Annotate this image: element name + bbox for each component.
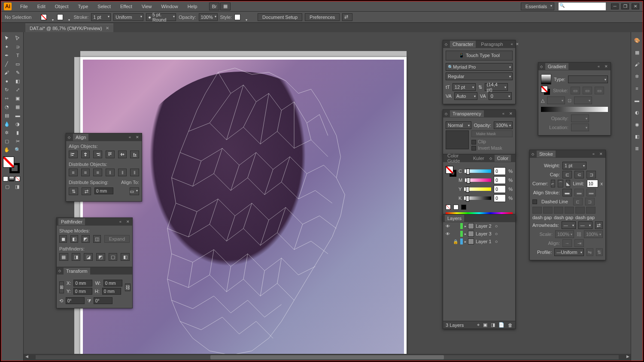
style-swatch[interactable]	[234, 14, 240, 20]
direct-selection-tool[interactable]	[12, 34, 24, 42]
shape-builder-tool[interactable]: ◔	[1, 103, 12, 111]
dash2[interactable]	[554, 207, 563, 214]
stroke-panel-icon[interactable]: ≡	[633, 84, 641, 92]
swap-arrows[interactable]: ⇄	[595, 221, 603, 229]
flip-along[interactable]: ⇋	[586, 248, 593, 256]
stroke-within[interactable]: ▭	[571, 87, 580, 94]
panel-collapse-icon[interactable]: «	[592, 152, 597, 156]
graphic-styles-panel-icon[interactable]: ◧	[633, 133, 641, 140]
lasso-tool[interactable]: ⊃	[12, 42, 24, 51]
corner-miter[interactable]: ⌐	[551, 180, 555, 187]
minus-back[interactable]: ◧	[121, 253, 130, 261]
layer-name[interactable]: Layer 2	[476, 223, 492, 229]
stroke-along[interactable]: ▭	[583, 87, 592, 94]
intersect[interactable]: ◩	[82, 235, 89, 243]
touch-type-button[interactable]: 📱 Touch Type Tool	[446, 51, 513, 60]
symbol-sprayer-tool[interactable]: ✲	[1, 128, 12, 137]
align-to-dropdown[interactable]: ▭	[130, 187, 139, 195]
expand-arrow[interactable]: ▸	[465, 232, 466, 236]
dashed-line-checkbox[interactable]	[532, 199, 537, 204]
column-graph-tool[interactable]: ▮	[12, 128, 24, 137]
gradient-type-dropdown[interactable]	[568, 75, 608, 83]
color-panel-icon[interactable]: 🎨	[633, 36, 641, 44]
panel-collapse-icon[interactable]: «	[598, 64, 602, 69]
rotate-input[interactable]	[66, 297, 85, 304]
spacing-input[interactable]	[94, 187, 113, 194]
outline[interactable]: ▢	[109, 253, 118, 261]
width-tool[interactable]: ⇿	[1, 94, 12, 103]
pencil-tool[interactable]: ✎	[12, 68, 24, 77]
stroke-weight-input[interactable]: 1 pt	[91, 13, 111, 21]
pathfinder-tab[interactable]: Pathfinder	[58, 218, 85, 225]
fill-stroke-control[interactable]	[3, 157, 20, 174]
reference-point[interactable]: ⊞	[59, 281, 64, 293]
visibility-toggle[interactable]: 👁	[445, 232, 451, 236]
magic-wand-tool[interactable]: ✦	[1, 42, 12, 51]
align-center[interactable]: ▬	[562, 189, 572, 196]
dash3[interactable]	[575, 207, 585, 214]
minus-front[interactable]: ◧	[70, 235, 78, 243]
font-family-dropdown[interactable]: 🔍 Myriad Pro	[446, 63, 513, 71]
align-options[interactable]: ⇄	[342, 13, 352, 21]
arrow-at-end[interactable]: ⇥	[574, 239, 584, 247]
layers-tab[interactable]: Layers	[445, 215, 464, 222]
locate-object-icon[interactable]: ⌖	[477, 322, 480, 328]
menu-edit[interactable]: Edit	[33, 2, 50, 11]
transform-tab[interactable]: Transform	[64, 268, 90, 275]
constrain-proportions[interactable]: ⛓	[125, 284, 131, 291]
panel-close-icon[interactable]: ✕	[605, 64, 609, 69]
y-input[interactable]	[73, 288, 92, 295]
color-mode[interactable]	[3, 176, 8, 181]
new-layer-icon[interactable]: 📄	[498, 322, 504, 328]
k-input[interactable]	[494, 194, 506, 202]
dash-preserve[interactable]: ⊏	[573, 198, 583, 205]
gap3[interactable]	[586, 207, 595, 214]
stroke-weight-dropdown[interactable]: 1 pt	[562, 162, 586, 169]
target-icon[interactable]: ○	[495, 231, 498, 236]
menu-help[interactable]: Help	[183, 2, 202, 11]
mask-thumbnail[interactable]	[446, 130, 469, 149]
stroke-across[interactable]: ▭	[595, 87, 604, 94]
dist-vspacing[interactable]: ⇅	[69, 187, 78, 195]
delete-layer-icon[interactable]: 🗑	[508, 323, 513, 328]
exclude[interactable]: ◫	[93, 235, 101, 243]
transparency-opacity-input[interactable]: 100%	[494, 121, 513, 129]
artboard[interactable]	[80, 57, 407, 361]
dist-bottom[interactable]: ≡	[93, 169, 102, 176]
target-icon[interactable]: ○	[495, 239, 498, 244]
panel-close-icon[interactable]: ✕	[516, 42, 519, 46]
horizontal-scrollbar[interactable]: ◀ ▶	[24, 354, 631, 361]
panel-collapse-icon[interactable]: «	[502, 112, 507, 116]
crop[interactable]: ◩	[96, 253, 105, 261]
layers-panel-icon[interactable]: ≣	[633, 145, 641, 152]
leading-input[interactable]: (14,4 pt)	[485, 83, 508, 91]
cap-projecting[interactable]: ⊐	[586, 171, 596, 178]
dist-top[interactable]: ≡	[69, 169, 78, 176]
color-guide-tab[interactable]: Color Guide	[445, 152, 468, 164]
none-swatch[interactable]	[446, 205, 451, 210]
dash-align[interactable]: ⊐	[585, 198, 595, 205]
workspace-switcher[interactable]: Essentials	[521, 3, 554, 10]
gradient-angle-input[interactable]	[547, 97, 565, 104]
blob-brush-tool[interactable]: ●	[1, 77, 12, 85]
gradient-mode[interactable]	[9, 176, 14, 181]
unite[interactable]: ◼	[59, 235, 67, 243]
arrow-start[interactable]: —	[562, 221, 576, 229]
appearance-panel-icon[interactable]: ◉	[633, 121, 641, 128]
panel-close-icon[interactable]: ✕	[509, 112, 513, 116]
close-button[interactable]: ✕	[632, 3, 639, 9]
y-input[interactable]	[494, 185, 506, 193]
dist-left[interactable]: ⦀	[106, 169, 115, 176]
grad-opacity-input[interactable]	[571, 115, 589, 122]
c-input[interactable]	[494, 167, 506, 175]
dist-hcenter[interactable]: ⦀	[118, 169, 127, 176]
dash1[interactable]	[532, 207, 542, 214]
menu-view[interactable]: View	[137, 2, 156, 11]
search-input[interactable]	[559, 3, 606, 10]
eyedropper-tool[interactable]: 💧	[1, 120, 12, 128]
panel-close-icon[interactable]: ✕	[136, 135, 140, 139]
none-mode[interactable]	[15, 176, 20, 181]
m-input[interactable]	[494, 176, 506, 184]
screen-mode[interactable]: ▢	[3, 182, 12, 191]
restore-button[interactable]: ❐	[621, 3, 629, 9]
